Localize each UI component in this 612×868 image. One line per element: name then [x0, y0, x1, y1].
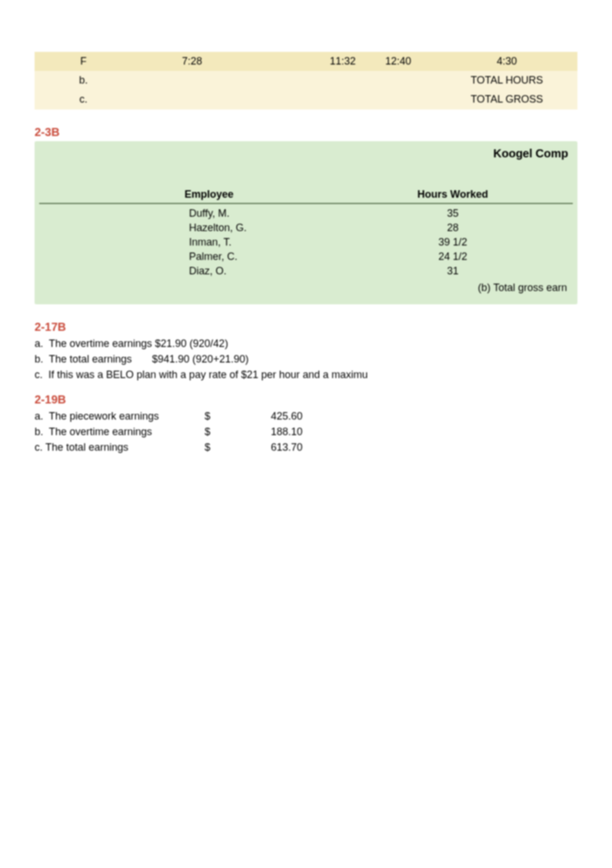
total-hours-row: b. TOTAL HOURS: [35, 71, 577, 90]
time-row-f: F 7:28 11:32 12:40 4:30: [35, 52, 577, 71]
employee-hours-table: Employee Hours Worked Duffy, M. 35 Hazel…: [39, 187, 573, 279]
total-gross-row: c. TOTAL GROSS: [35, 90, 577, 109]
time-out-am: 11:32: [252, 52, 360, 71]
pw-label: b. The overtime earnings: [35, 424, 205, 440]
table-row: Inman, T. 39 1/2: [39, 235, 573, 250]
pw-dollar: $: [205, 440, 233, 455]
employee-name: Hazelton, G.: [39, 221, 333, 235]
total-gross-earn-label: (b) Total gross earn: [39, 278, 573, 294]
pw-value: 613.70: [233, 440, 303, 455]
total-hours-label: TOTAL HOURS: [436, 71, 577, 90]
total-gross-label: TOTAL GROSS: [436, 90, 577, 109]
employee-name: Palmer, C.: [39, 250, 333, 264]
line-c: c. If this was a BELO plan with a pay ra…: [35, 367, 577, 383]
employee-name: Diaz, O.: [39, 264, 333, 278]
employee-name: Duffy, M.: [39, 203, 333, 221]
row-b-label: b.: [35, 71, 133, 90]
time-out-pm: 4:30: [436, 52, 577, 71]
piecework-row: a. The piecework earnings $ 425.60: [35, 409, 577, 424]
row-c-label: c.: [35, 90, 133, 109]
table-row: Hazelton, G. 28: [39, 221, 573, 235]
koogel-comp-panel: Koogel Comp Employee Hours Worked Duffy,…: [35, 141, 577, 305]
employee-hours: 35: [333, 203, 573, 221]
header-employee: Employee: [39, 187, 333, 204]
line-a: a. The overtime earnings $21.90 (920/42): [35, 336, 577, 352]
line-b: b. The total earnings $941.90 (920+21.90…: [35, 352, 577, 367]
pw-value: 188.10: [233, 424, 303, 440]
pw-dollar: $: [205, 409, 233, 424]
total-row: c. The total earnings $ 613.70: [35, 440, 577, 455]
employee-table-container: Employee Hours Worked Duffy, M. 35 Hazel…: [39, 169, 573, 305]
table-row: Diaz, O. 31: [39, 264, 573, 278]
day-label: F: [35, 52, 133, 71]
heading-2-17b: 2-17B: [35, 320, 577, 334]
time-card-table: F 7:28 11:32 12:40 4:30 b. TOTAL HOURS c…: [35, 52, 577, 110]
company-name: Koogel Comp: [35, 141, 577, 164]
table-row: Palmer, C. 24 1/2: [39, 250, 573, 264]
employee-hours: 31: [333, 264, 573, 278]
pw-label: a. The piecework earnings: [35, 409, 205, 424]
employee-hours: 39 1/2: [333, 235, 573, 250]
time-in-am: 7:28: [133, 52, 252, 71]
pw-value: 425.60: [233, 409, 303, 424]
time-in-pm: 12:40: [360, 52, 436, 71]
table-row: Duffy, M. 35: [39, 203, 573, 221]
overtime-row: b. The overtime earnings $ 188.10: [35, 424, 577, 440]
heading-2-19b: 2-19B: [35, 393, 577, 406]
header-hours: Hours Worked: [333, 187, 573, 204]
employee-name: Inman, T.: [39, 235, 333, 250]
pw-label: c. The total earnings: [35, 440, 205, 455]
pw-dollar: $: [205, 424, 233, 440]
heading-2-3b: 2-3B: [35, 126, 577, 139]
employee-hours: 28: [333, 221, 573, 235]
section-2-17b-body: a. The overtime earnings $21.90 (920/42)…: [35, 336, 577, 383]
section-2-19b-body: a. The piecework earnings $ 425.60 b. Th…: [35, 409, 577, 455]
employee-hours: 24 1/2: [333, 250, 573, 264]
